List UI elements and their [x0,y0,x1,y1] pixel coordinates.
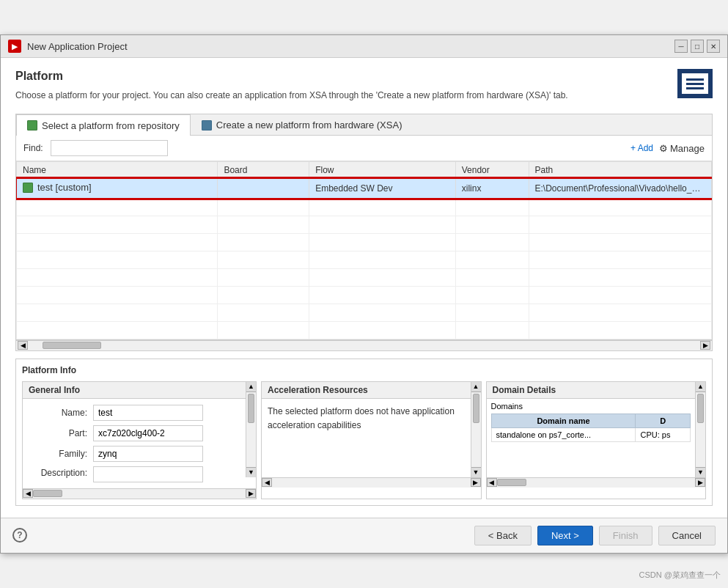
accel-scroll-v-top[interactable]: ▲ [471,382,481,392]
toolbar-actions: + Add ⚙ Manage [630,143,705,154]
family-field-input[interactable] [93,446,203,462]
cell-path: E:\Document\Professional\Vivado\hello_wo… [529,179,712,199]
scroll-h-right-arrow[interactable]: ▶ [246,489,256,498]
page-title: Platform [15,70,713,83]
scroll-left-arrow[interactable]: ◀ [18,341,28,350]
domain-col-d: D [636,414,691,427]
acceleration-vertical-scrollbar[interactable]: ▲ ▼ [471,382,481,477]
table-row[interactable] [17,304,712,321]
acceleration-panel: Acceleration Resources The selected plat… [261,381,482,499]
description-field-label: Description: [29,466,87,478]
table-row[interactable] [17,321,712,339]
table-row[interactable] [17,216,712,233]
general-info-content: Name: Part: Family: [23,399,246,488]
scroll-v-bottom-arrow[interactable]: ▼ [246,467,256,477]
domain-scroll-v-thumb[interactable] [697,394,704,423]
domain-scroll-h-thumb[interactable] [497,479,526,486]
domain-header-row: Domain name D [491,414,691,427]
help-button[interactable]: ? [12,528,27,543]
accel-scroll-v-bottom[interactable]: ▼ [471,467,481,477]
platform-info-title: Platform Info [22,365,706,375]
dialog-footer: ? < Back Next > Finish Cancel [1,518,727,553]
table-row[interactable] [17,251,712,268]
scroll-v-top-arrow[interactable]: ▲ [246,382,256,392]
watermark: CSDN @菜鸡查查一个 [639,570,721,581]
add-button[interactable]: + Add [630,143,653,153]
scroll-right-arrow[interactable]: ▶ [700,341,710,350]
scroll-v-thumb[interactable] [248,394,254,423]
accel-scroll-h-left[interactable]: ◀ [262,478,272,487]
part-field-input[interactable] [93,425,203,441]
minimize-button[interactable]: ─ [674,40,688,53]
maximize-button[interactable]: □ [691,40,704,53]
cell-board [218,179,309,199]
domain-panel: Domain Details Domains Domain name D [486,381,707,499]
search-input[interactable] [51,140,168,156]
platform-table-container: Name Board Flow Vendor Path [16,161,712,340]
tab-select-platform[interactable]: Select a platform from repository [16,114,191,136]
acceleration-horizontal-scrollbar[interactable]: ◀ ▶ [262,477,481,488]
table-row[interactable] [17,286,712,304]
table-row[interactable] [17,198,712,216]
next-button[interactable]: Next > [537,526,593,545]
title-bar-left: ▶ New Application Project [8,40,128,53]
tab-create-platform[interactable]: Create a new platform from hardware (XSA… [191,114,413,135]
app-icon [677,69,713,98]
cancel-button[interactable]: Cancel [658,526,716,545]
close-button[interactable]: ✕ [707,40,720,53]
part-field-row: Part: [29,425,240,441]
table-horizontal-scrollbar[interactable]: ◀ ▶ [16,340,712,350]
general-info-horizontal-scrollbar[interactable]: ◀ ▶ [23,488,256,499]
cell-flow: Embedded SW Dev [309,179,456,199]
row-name-cell: test [custom] [23,182,92,193]
info-panels: General Info Name: Part: [22,381,706,499]
accel-scroll-v-thumb[interactable] [473,394,479,423]
domain-table: Domain name D standalone on ps7_corte...… [491,414,691,442]
domain-scroll-h-left[interactable]: ◀ [487,478,497,487]
cell-name: test [custom] [17,179,218,199]
general-info-panel: General Info Name: Part: [22,381,257,499]
general-info-panel-with-scroll: General Info Name: Part: [23,382,256,488]
manage-button[interactable]: ⚙ Manage [659,143,705,154]
icon-line-1 [686,78,704,81]
domain-name-cell: standalone on ps7_corte... [491,427,636,441]
table-row[interactable]: test [custom] Embedded SW Dev xilinx E:\… [17,179,712,199]
domain-d-cell: CPU: ps [636,427,691,441]
finish-button[interactable]: Finish [599,526,652,545]
domain-content: Domains Domain name D [487,399,696,445]
footer-left: ? [12,528,27,543]
xsa-tab-icon [202,120,212,131]
scroll-h-thumb[interactable] [33,490,62,497]
general-info-vertical-scrollbar[interactable]: ▲ ▼ [246,382,256,477]
table-row[interactable] [17,233,712,251]
app-icon-inner [682,73,708,94]
tab-bar: Select a platform from repository Create… [16,114,712,136]
back-button[interactable]: < Back [474,526,532,545]
domain-scroll-v-top[interactable]: ▲ [696,382,705,392]
col-board: Board [218,162,309,179]
manage-label: Manage [670,143,705,154]
general-info-title: General Info [23,382,246,399]
table-row[interactable] [17,268,712,286]
description-field-input[interactable] [93,466,203,482]
domain-scroll-h-right[interactable]: ▶ [695,478,705,487]
domain-body: Domain Details Domains Domain name D [487,382,696,477]
scroll-thumb[interactable] [43,342,101,349]
domain-row[interactable]: standalone on ps7_corte... CPU: ps [491,427,691,441]
domain-horizontal-scrollbar[interactable]: ◀ ▶ [487,477,706,488]
col-flow: Flow [309,162,456,179]
name-field-input[interactable] [93,405,203,421]
find-label: Find: [23,143,43,153]
icon-line-2 [686,83,704,85]
main-window: ▶ New Application Project ─ □ ✕ Platform… [0,34,728,554]
acceleration-message: The selected platform does not have appl… [262,399,471,438]
family-field-row: Family: [29,446,240,462]
accel-scroll-h-right[interactable]: ▶ [471,478,481,487]
family-field-label: Family: [29,449,87,459]
domain-scroll-v-bottom[interactable]: ▼ [696,467,705,477]
page-description: Choose a platform for your project. You … [15,89,713,102]
acceleration-body: Acceleration Resources The selected plat… [262,382,471,477]
domain-vertical-scrollbar[interactable]: ▲ ▼ [695,382,705,477]
domain-panel-with-scroll: Domain Details Domains Domain name D [487,382,706,477]
scroll-h-left-arrow[interactable]: ◀ [23,489,33,498]
